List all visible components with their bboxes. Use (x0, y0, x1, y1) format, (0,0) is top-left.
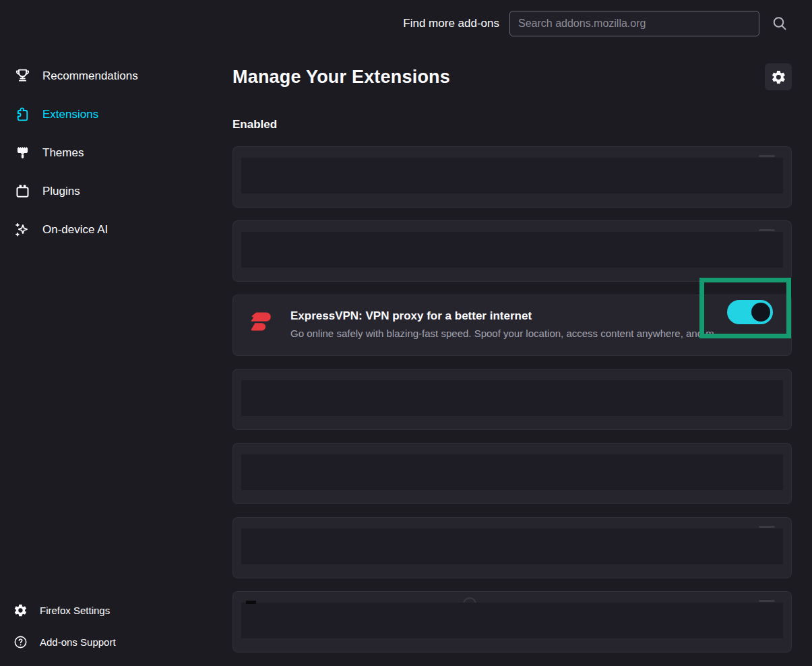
extension-card-expressvpn[interactable]: ExpressVPN: VPN proxy for a better inter… (232, 295, 792, 356)
extension-card-list: ExpressVPN: VPN proxy for a better inter… (232, 146, 792, 653)
icon-remnant (246, 601, 256, 604)
expressvpn-logo-icon (247, 307, 275, 336)
redacted-content (241, 232, 783, 268)
extension-name: ExpressVPN: VPN proxy for a better inter… (290, 309, 791, 323)
extension-enable-toggle[interactable] (727, 300, 773, 324)
enabled-section-heading: Enabled (232, 118, 792, 131)
sidebar-item-plugins[interactable]: Plugins (0, 172, 232, 210)
help-circle-icon (13, 635, 28, 649)
main-content: Manage Your Extensions Enabled (232, 47, 812, 666)
gear-icon (771, 69, 786, 85)
extension-card-redacted-1[interactable] (232, 146, 792, 208)
sidebar-item-recommendations[interactable]: Recommendations (0, 57, 232, 95)
sidebar-item-themes[interactable]: Themes (0, 133, 232, 172)
page-title: Manage Your Extensions (232, 67, 450, 88)
toggle-knob (751, 303, 770, 322)
sidebar-item-label: Extensions (42, 108, 98, 121)
magnifier-icon (771, 15, 788, 32)
toggle-remnant (759, 229, 775, 231)
search-button[interactable] (770, 13, 790, 34)
extension-card-redacted-4[interactable] (232, 443, 792, 504)
puzzle-piece-icon (13, 105, 32, 123)
plugin-box-icon (13, 182, 32, 200)
toggle-remnant (759, 600, 775, 602)
tools-for-all-addons-button[interactable] (765, 63, 792, 90)
gear-icon (13, 603, 28, 617)
extension-card-redacted-5[interactable] (232, 517, 792, 578)
toggle-remnant (759, 155, 775, 157)
extension-info: ExpressVPN: VPN proxy for a better inter… (290, 306, 791, 339)
sidebar-item-on-device-ai[interactable]: On-device AI (0, 210, 232, 249)
top-bar: Find more add-ons (0, 0, 812, 47)
sidebar-item-label: On-device AI (42, 223, 108, 237)
redacted-content (241, 454, 783, 490)
extension-card-redacted-2[interactable] (232, 220, 792, 282)
sidebar: Recommendations Extensions (0, 47, 232, 666)
find-more-addons-label: Find more add-ons (403, 17, 499, 30)
extension-card-redacted-6[interactable] (232, 591, 792, 653)
redacted-content (241, 380, 783, 416)
toggle-remnant (759, 526, 775, 528)
redacted-content (241, 603, 783, 638)
extension-description: Go online safely with blazing-fast speed… (290, 328, 791, 339)
redacted-content (241, 528, 783, 564)
addons-manager-page: Find more add-ons (0, 0, 812, 666)
paintbrush-icon (13, 144, 32, 162)
sidebar-item-label: Plugins (42, 185, 80, 198)
sidebar-item-label: Recommendations (42, 69, 138, 83)
sidebar-item-firefox-settings[interactable]: Firefox Settings (0, 595, 232, 626)
sidebar-item-label: Add-ons Support (40, 636, 116, 648)
sidebar-item-addons-support[interactable]: Add-ons Support (0, 626, 232, 658)
trophy-icon (13, 67, 32, 85)
extension-card-redacted-3[interactable] (232, 369, 792, 430)
search-input[interactable] (509, 11, 759, 36)
sparkle-icon (13, 220, 32, 239)
sidebar-item-label: Firefox Settings (40, 605, 110, 616)
sidebar-item-extensions[interactable]: Extensions (0, 95, 232, 133)
sidebar-item-label: Themes (42, 146, 84, 160)
redacted-content (241, 158, 783, 193)
